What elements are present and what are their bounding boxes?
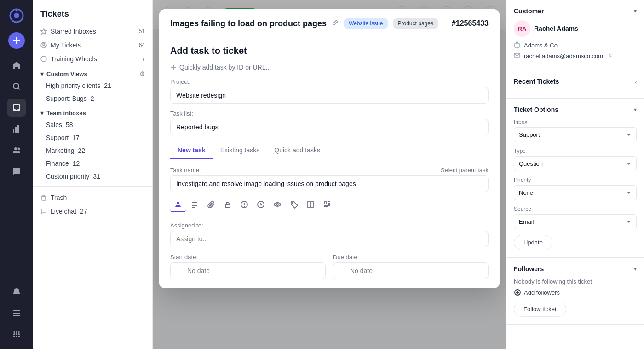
toolbar-assign-btn[interactable] [170, 197, 186, 212]
select-parent-link[interactable]: Select parent task [441, 167, 489, 174]
svg-rect-10 [13, 313, 20, 314]
recent-tickets-header[interactable]: Recent Tickets › [514, 78, 637, 85]
type-group: Type Question [514, 148, 637, 171]
search-nav-icon[interactable] [7, 77, 26, 96]
start-date-input[interactable] [170, 262, 326, 279]
sidebar-item-marketing[interactable]: Marketing 22 [33, 144, 152, 157]
task-name-input[interactable] [170, 175, 489, 192]
toolbar-more-btn[interactable] [319, 197, 335, 212]
support-label: Support [46, 134, 69, 141]
priority-select[interactable]: None [514, 185, 637, 200]
date-row: Start date: 📅 Due date: 📅 [170, 254, 489, 279]
edit-icon[interactable] [332, 19, 339, 28]
svg-point-12 [13, 331, 15, 333]
ticket-id: #12565433 [452, 19, 489, 28]
inbox-select[interactable]: Support [514, 127, 637, 142]
sidebar-item-custom-priority[interactable]: Custom priority 31 [33, 170, 152, 183]
recent-tickets-chevron: › [635, 78, 637, 85]
task-list-input[interactable] [170, 119, 489, 135]
assigned-label: Assigned to: [170, 222, 489, 229]
sidebar-item-training-wheels[interactable]: Training Wheels 7 [33, 52, 152, 66]
followers-title: Followers [514, 265, 544, 273]
svg-rect-4 [13, 129, 14, 133]
starred-count: 51 [139, 28, 145, 35]
svg-point-1 [14, 13, 19, 18]
sidebar-item-finance[interactable]: Finance 12 [33, 157, 152, 170]
custom-views-header[interactable]: ▾ Custom Views ⚙ [33, 66, 152, 79]
team-inboxes-header[interactable]: ▾ Team inboxes [33, 105, 152, 118]
toolbar-attach-btn[interactable] [203, 197, 219, 212]
followers-chevron: ▾ [634, 266, 637, 272]
high-priority-label: High priority clients [46, 82, 100, 89]
sidebar-item-sales[interactable]: Sales 58 [33, 118, 152, 131]
customer-more-button[interactable]: ··· [630, 24, 637, 34]
svg-rect-37 [324, 202, 327, 204]
priority-group: Priority None [514, 177, 637, 200]
source-select[interactable]: Email [514, 214, 637, 229]
customer-name: Rachel Adams [534, 25, 626, 32]
apps-icon[interactable] [7, 325, 26, 343]
starred-label: Starred Inboxes [51, 28, 96, 35]
svg-marker-21 [41, 29, 47, 34]
sidebar-item-high-priority[interactable]: High priority clients 21 [33, 79, 152, 92]
follow-ticket-button[interactable]: Follow ticket [514, 302, 566, 317]
assign-input[interactable] [170, 231, 489, 247]
followers-header[interactable]: Followers ▾ [514, 265, 637, 273]
sidebar-item-live-chat[interactable]: Live chat 27 [33, 204, 152, 218]
svg-point-19 [16, 336, 17, 337]
due-date-input[interactable] [333, 262, 489, 279]
customer-section-header[interactable]: Customer ▾ [514, 7, 637, 15]
toolbar-priority-btn[interactable] [236, 197, 252, 212]
quick-add-row[interactable]: Quickly add task by ID or URL... [170, 64, 489, 71]
ticket-options-header[interactable]: Ticket Options ▾ [514, 106, 637, 113]
list-icon[interactable] [7, 304, 26, 322]
email-icon [514, 52, 520, 60]
customer-company: Adams & Co. [514, 41, 637, 49]
avatar-initials: RA [518, 25, 527, 32]
svg-rect-25 [42, 196, 46, 200]
svg-point-7 [14, 147, 17, 150]
svg-point-24 [41, 56, 46, 62]
svg-point-8 [18, 148, 20, 150]
inbox-group: Inbox Support [514, 119, 637, 142]
sidebar-item-support-bugs[interactable]: Support: Bugs 2 [33, 92, 152, 105]
tab-quick-add[interactable]: Quick add tasks [267, 142, 328, 159]
ticket-options-title: Ticket Options [514, 106, 558, 113]
notifications-icon[interactable] [7, 283, 26, 301]
modal-ticket-title: Images failing to load on product pages [170, 19, 327, 29]
task-name-label: Task name: [170, 167, 201, 174]
add-followers-row[interactable]: Add followers [514, 289, 637, 296]
type-select[interactable]: Question [514, 156, 637, 171]
chat-nav-icon[interactable] [7, 162, 26, 180]
update-button[interactable]: Update [514, 235, 552, 250]
settings-icon[interactable]: ⚙ [139, 70, 145, 77]
customer-email: rachel.adams@adamsco.com ⎘ [514, 52, 637, 60]
toolbar-watch-btn[interactable] [270, 197, 285, 212]
sidebar-item-starred[interactable]: Starred Inboxes 51 [33, 24, 152, 38]
modal-body: Add task to ticket Quickly add task by I… [159, 36, 500, 288]
home-nav-icon[interactable] [7, 56, 26, 75]
inbox-label: Inbox [514, 119, 637, 125]
toolbar-layout-btn[interactable] [303, 197, 318, 212]
tab-new-task[interactable]: New task [170, 142, 213, 159]
toolbar-lock-btn[interactable] [220, 197, 236, 212]
trash-label: Trash [51, 194, 67, 201]
source-label: Source [514, 206, 637, 212]
my-tickets-count: 64 [139, 42, 145, 48]
inbox-nav-icon[interactable] [7, 99, 26, 117]
tab-existing-tasks[interactable]: Existing tasks [213, 142, 267, 159]
sidebar-item-trash[interactable]: Trash [33, 191, 152, 204]
copy-icon[interactable]: ⎘ [609, 52, 612, 59]
sidebar-item-my-tickets[interactable]: My Tickets 64 [33, 38, 152, 52]
add-button[interactable] [8, 32, 25, 49]
toolbar-time-btn[interactable] [253, 197, 269, 212]
toolbar-text-btn[interactable] [187, 197, 202, 212]
toolbar-tag-btn[interactable] [286, 197, 302, 212]
add-followers-text: Add followers [524, 289, 560, 296]
contacts-nav-icon[interactable] [7, 141, 26, 159]
project-input[interactable] [170, 87, 489, 104]
reports-nav-icon[interactable] [7, 120, 26, 138]
svg-point-29 [177, 202, 179, 204]
ticket-options-chevron: ▾ [634, 106, 637, 113]
sidebar-item-support[interactable]: Support 17 [33, 131, 152, 144]
